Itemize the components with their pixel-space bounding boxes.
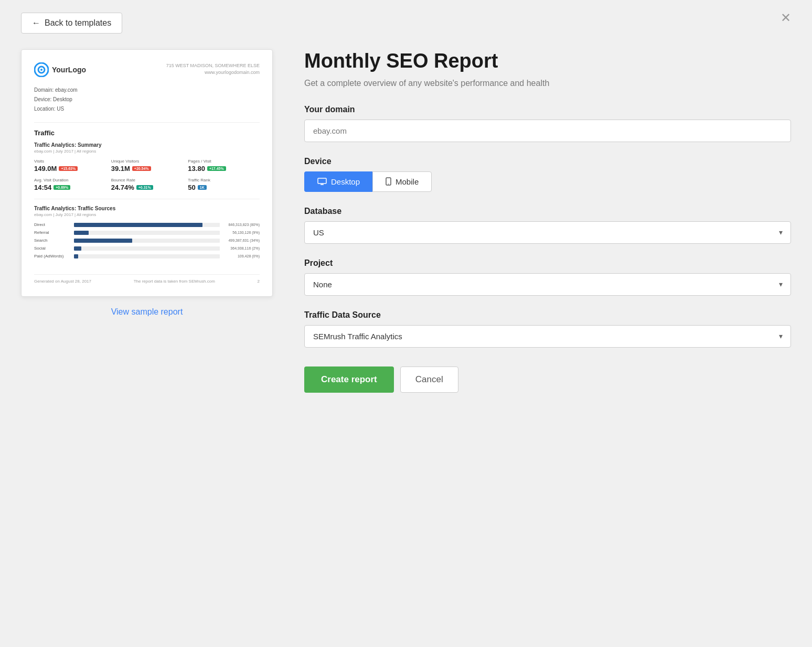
stat-bounce: Bounce Rate 24.74% +0.31% (111, 178, 183, 191)
mobile-label: Mobile (396, 177, 419, 186)
back-button-label: Back to templates (45, 18, 111, 28)
stat-bounce-label: Bounce Rate (111, 178, 183, 182)
svg-point-7 (388, 184, 389, 185)
traffic-section-title: Traffic (34, 129, 260, 137)
bar-referral (74, 231, 89, 235)
project-group: Project None ▾ (304, 258, 791, 296)
domain-input[interactable] (304, 120, 791, 142)
stat-visits-label: Visits (34, 159, 106, 164)
view-sample-report-link[interactable]: View sample report (111, 307, 183, 317)
project-select-wrapper: None ▾ (304, 273, 791, 296)
stat-pages-badge: +17.45% (207, 166, 226, 171)
header-address: 715 WEST MADISON, SOMEWHERE ELSE (166, 62, 260, 69)
source-paid: Paid (AdWords) 109,428 (0%) (34, 254, 260, 258)
create-report-button[interactable]: Create report (304, 366, 394, 393)
logo-icon (34, 62, 49, 77)
project-label: Project (304, 258, 791, 268)
report-title: Monthly SEO Report (304, 49, 791, 73)
stat-duration-label: Avg. Visit Duration (34, 178, 106, 182)
stat-unique-label: Unique Visitors (111, 159, 183, 164)
back-arrow-icon: ← (32, 18, 40, 28)
database-select-wrapper: US UK CA AU ▾ (304, 221, 791, 244)
desktop-icon (317, 178, 327, 185)
device-buttons: Desktop Mobile (304, 171, 791, 192)
traffic-source-select[interactable]: SEMrush Traffic Analytics Google Analyti… (304, 325, 791, 348)
traffic-source-group: Traffic Data Source SEMrush Traffic Anal… (304, 310, 791, 348)
meta-domain: Domain: ebay.com (34, 85, 260, 95)
stat-pages-value: 13.80 +17.45% (188, 165, 260, 172)
mobile-icon (386, 177, 391, 186)
database-select[interactable]: US UK CA AU (304, 221, 791, 244)
back-to-templates-button[interactable]: ← Back to templates (21, 13, 122, 34)
meta-location: Location: US (34, 104, 260, 114)
preview-footer: Generated on August 28, 2017 The report … (34, 274, 260, 284)
source-social: Social 364,938,116 (2%) (34, 246, 260, 251)
stat-visits-badge: +15.63% (59, 166, 78, 171)
footer-page: 2 (258, 279, 260, 284)
source-direct: Direct 846,313,823 (80%) (34, 222, 260, 227)
header-website: www.yourlogodomain.com (166, 69, 260, 76)
mobile-button[interactable]: Mobile (372, 171, 432, 192)
project-select[interactable]: None (304, 273, 791, 296)
bar-direct (74, 223, 202, 227)
divider2 (34, 199, 260, 199)
domain-group: Your domain (304, 105, 791, 142)
database-group: Database US UK CA AU ▾ (304, 207, 791, 244)
action-buttons: Create report Cancel (304, 366, 791, 393)
stat-unique: Unique Visitors 39.1M +20.54% (111, 159, 183, 172)
close-button[interactable]: ✕ (781, 10, 791, 25)
desktop-button[interactable]: Desktop (304, 171, 372, 192)
subsection2-meta: ebay.com | July 2017 | All regions (34, 212, 260, 217)
report-preview: YourLogo 715 WEST MADISON, SOMEWHERE ELS… (21, 49, 273, 297)
subsection1-meta: ebay.com | July 2017 | All regions (34, 149, 260, 154)
device-group: Device Desktop (304, 157, 791, 192)
stat-pages: Pages / Visit 13.80 +17.45% (188, 159, 260, 172)
cancel-button[interactable]: Cancel (400, 366, 458, 393)
source-referral: Referral 56,130,126 (9%) (34, 230, 260, 235)
stat-bounce-value: 24.74% +0.31% (111, 184, 183, 191)
domain-label: Your domain (304, 105, 791, 114)
traffic-source-select-wrapper: SEMrush Traffic Analytics Google Analyti… (304, 325, 791, 348)
footer-source: The report data is taken from SEMrush.co… (134, 279, 215, 284)
divider (34, 122, 260, 123)
database-label: Database (304, 207, 791, 216)
stat-duration: Avg. Visit Duration 14:54 +0.69% (34, 178, 106, 191)
page-container: ✕ ← Back to templates YourLogo (0, 0, 812, 647)
form-section: Monthly SEO Report Get a complete overvi… (304, 49, 791, 393)
subsection2-title: Traffic Analytics: Traffic Sources (34, 206, 260, 211)
stat-visits: Visits 149.0M +15.63% (34, 159, 106, 172)
device-label: Device (304, 157, 791, 166)
preview-header: YourLogo 715 WEST MADISON, SOMEWHERE ELS… (34, 62, 260, 77)
svg-point-2 (40, 69, 42, 71)
stat-bounce-badge: +0.31% (136, 185, 153, 190)
bar-search (74, 239, 132, 243)
meta-device: Device: Desktop (34, 95, 260, 104)
report-description: Get a complete overview of any website's… (304, 79, 791, 88)
meta-info: Domain: ebay.com Device: Desktop Locatio… (34, 85, 260, 114)
desktop-label: Desktop (331, 177, 360, 186)
preview-section: YourLogo 715 WEST MADISON, SOMEWHERE ELS… (21, 49, 273, 317)
header-right: 715 WEST MADISON, SOMEWHERE ELSE www.you… (166, 62, 260, 76)
stat-rank-value: 50 1K (188, 184, 260, 191)
stat-pages-label: Pages / Visit (188, 159, 260, 164)
stat-rank: Traffic Rank 50 1K (188, 178, 260, 191)
stat-unique-badge: +20.54% (132, 166, 151, 171)
logo-area: YourLogo (34, 62, 86, 77)
stat-rank-badge: 1K (198, 185, 207, 190)
stat-duration-value: 14:54 +0.69% (34, 184, 106, 191)
bar-paid (74, 254, 78, 258)
traffic-sources: Direct 846,313,823 (80%) Referral 56,130… (34, 222, 260, 258)
subsection1-title: Traffic Analytics: Summary (34, 142, 260, 148)
logo-text: YourLogo (52, 66, 86, 74)
stat-unique-value: 39.1M +20.54% (111, 165, 183, 172)
stat-rank-label: Traffic Rank (188, 178, 260, 182)
source-search: Search 499,387,631 (34%) (34, 238, 260, 243)
stats-grid: Visits 149.0M +15.63% Unique Visitors 39… (34, 159, 260, 191)
stat-visits-value: 149.0M +15.63% (34, 165, 106, 172)
footer-generated: Generated on August 28, 2017 (34, 279, 91, 284)
traffic-source-label: Traffic Data Source (304, 310, 791, 320)
bar-social (74, 246, 81, 251)
stat-duration-badge: +0.69% (54, 185, 70, 190)
main-layout: YourLogo 715 WEST MADISON, SOMEWHERE ELS… (21, 49, 791, 393)
svg-rect-3 (318, 178, 326, 184)
